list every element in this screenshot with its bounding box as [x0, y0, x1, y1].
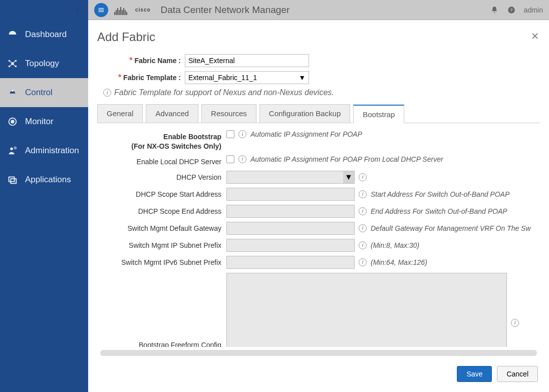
topology-icon — [7, 58, 18, 69]
app-title: Data Center Network Manager — [161, 5, 290, 16]
tab-content: Enable Bootstrap (For NX-OS Switches Onl… — [94, 123, 543, 356]
info-icon: i — [359, 224, 367, 232]
bell-icon[interactable] — [490, 6, 499, 15]
info-icon: i — [359, 241, 367, 249]
sidebar-item-dashboard[interactable]: Dashboard — [0, 20, 88, 49]
info-icon: i — [238, 155, 246, 163]
ipv6-prefix-input[interactable] — [226, 256, 355, 269]
cancel-button[interactable]: Cancel — [497, 366, 538, 382]
menu-button[interactable] — [94, 3, 108, 17]
modal-title: Add Fabric — [97, 30, 155, 44]
tab-general[interactable]: General — [97, 104, 143, 123]
sidebar-item-applications[interactable]: Applications — [0, 165, 88, 194]
template-hint: Fabric Template for support of Nexus and… — [114, 88, 334, 97]
enable-bootstrap-label: Enable Bootstrap — [163, 133, 221, 141]
tab-configuration-backup[interactable]: Configuration Backup — [259, 104, 350, 123]
ip-prefix-input[interactable] — [226, 239, 355, 252]
gateway-hint: Default Gateway For Management VRF On Th… — [371, 224, 531, 232]
tab-advanced[interactable]: Advanced — [146, 104, 198, 123]
info-icon: i — [238, 130, 246, 138]
fabric-template-label: Fabric Template : — [123, 74, 181, 82]
dhcp-start-label: DHCP Scope Start Address — [97, 188, 226, 199]
svg-point-9 — [15, 147, 17, 149]
user-label[interactable]: admin — [524, 6, 543, 14]
enable-local-dhcp-label: Enable Local DHCP Server — [97, 155, 226, 167]
svg-point-1 — [9, 60, 11, 62]
ip-prefix-hint: (Min:8, Max:30) — [371, 241, 419, 249]
sidebar-item-control[interactable]: Control — [0, 78, 88, 107]
monitor-icon — [7, 116, 18, 127]
horizontal-scrollbar[interactable] — [100, 350, 537, 356]
sidebar-item-label: Administration — [25, 146, 79, 156]
info-icon: i — [359, 190, 367, 198]
enable-bootstrap-hint: Automatic IP Assignment For POAP — [250, 130, 362, 138]
sidebar-item-label: Applications — [25, 175, 71, 185]
apps-icon — [7, 174, 18, 185]
sidebar-item-label: Monitor — [25, 117, 54, 127]
sidebar-item-label: Topology — [25, 59, 59, 69]
freeform-config-textarea[interactable] — [226, 273, 507, 347]
dhcp-end-input[interactable] — [226, 205, 355, 218]
menu-icon — [97, 6, 105, 14]
gateway-input[interactable] — [226, 222, 355, 235]
cisco-logo — [114, 5, 127, 15]
sidebar-item-label: Dashboard — [25, 30, 67, 40]
sidebar: Dashboard Topology Control Monitor Admin… — [0, 0, 88, 392]
sidebar-item-administration[interactable]: Administration — [0, 136, 88, 165]
help-icon[interactable]: ? — [507, 6, 516, 15]
tab-bootstrap[interactable]: Bootstrap — [353, 105, 404, 123]
admin-icon — [7, 145, 18, 156]
svg-point-5 — [12, 90, 14, 92]
pin-icon[interactable] — [73, 6, 81, 14]
sidebar-item-topology[interactable]: Topology — [0, 49, 88, 78]
enable-bootstrap-sublabel: (For NX-OS Switches Only) — [131, 142, 221, 150]
dashboard-icon — [7, 29, 18, 40]
close-button[interactable] — [530, 31, 540, 43]
svg-point-4 — [15, 66, 17, 68]
close-icon — [530, 31, 540, 41]
sidebar-item-label: Control — [25, 88, 53, 98]
enable-bootstrap-checkbox[interactable] — [226, 130, 234, 138]
enable-local-dhcp-checkbox[interactable] — [226, 155, 234, 163]
modal-footer: Save Cancel — [94, 356, 543, 384]
tab-scroll[interactable]: Enable Bootstrap (For NX-OS Switches Onl… — [97, 130, 540, 347]
info-icon: i — [103, 89, 111, 97]
tabs: General Advanced Resources Configuration… — [97, 104, 540, 123]
add-fabric-modal: Add Fabric *Fabric Name : *Fabric Templa… — [88, 20, 549, 392]
pin-row — [0, 0, 88, 20]
dhcp-version-select[interactable]: ▼ — [226, 171, 355, 184]
svg-point-2 — [15, 60, 17, 62]
main: cisco Data Center Network Manager ? admi… — [88, 0, 549, 392]
ipv6-prefix-label: Switch Mgmt IPv6 Subnet Prefix — [97, 256, 226, 267]
svg-text:?: ? — [510, 8, 513, 13]
gateway-label: Switch Mgmt Default Gateway — [97, 222, 226, 233]
fabric-name-input[interactable] — [185, 54, 309, 67]
info-icon: i — [359, 173, 367, 181]
enable-local-dhcp-hint: Automatic IP Assignment For POAP From Lo… — [250, 155, 443, 163]
dhcp-end-hint: End Address For Switch Out-of-Band POAP — [371, 207, 507, 215]
vendor-text: cisco — [135, 7, 151, 13]
fabric-name-label: Fabric Name : — [134, 57, 181, 65]
svg-point-3 — [9, 66, 11, 68]
svg-point-7 — [11, 120, 14, 123]
dhcp-start-input[interactable] — [226, 188, 355, 201]
sidebar-item-monitor[interactable]: Monitor — [0, 107, 88, 136]
dhcp-start-hint: Start Address For Switch Out-of-Band POA… — [371, 190, 509, 198]
fabric-template-select[interactable]: External_Fabric_11_1 ▼ — [185, 71, 309, 84]
topbar: cisco Data Center Network Manager ? admi… — [88, 0, 549, 20]
info-icon: i — [359, 258, 367, 266]
dhcp-version-label: DHCP Version — [97, 171, 226, 182]
chevron-down-icon: ▼ — [343, 171, 354, 183]
ipv6-prefix-hint: (Min:64, Max:126) — [371, 258, 427, 266]
info-icon: i — [359, 207, 367, 215]
ip-prefix-label: Switch Mgmt IP Subnet Prefix — [97, 239, 226, 250]
tab-resources[interactable]: Resources — [201, 104, 256, 123]
freeform-label: Bootstrap Freeform Config — [97, 295, 226, 347]
info-icon: i — [511, 319, 519, 327]
dhcp-end-label: DHCP Scope End Address — [97, 205, 226, 216]
fabric-header-form: *Fabric Name : *Fabric Template : Extern… — [94, 54, 543, 104]
control-icon — [7, 87, 18, 98]
fabric-template-value: External_Fabric_11_1 — [188, 74, 257, 82]
svg-point-8 — [10, 148, 13, 151]
save-button[interactable]: Save — [457, 366, 492, 382]
